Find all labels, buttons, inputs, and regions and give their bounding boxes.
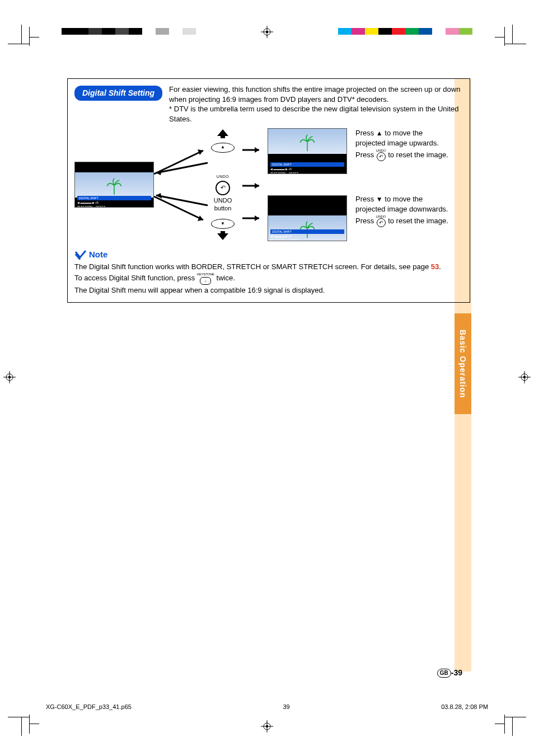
arrow-right-icon (242, 146, 265, 154)
arrow-right-icon (242, 182, 265, 190)
page-number: GB-39 (437, 668, 462, 678)
svg-point-3 (8, 375, 11, 378)
screenshot-shifted-down: DIGITAL SHIFT ◀ ▬▬▬▬ ▶ +5 TEST PTRN RESE… (268, 195, 347, 241)
oval-up-button: ▲ (211, 143, 235, 153)
caption-shift-down: Press ▼ to move the projected image down… (355, 194, 451, 227)
crop-mark-top-right (498, 25, 526, 53)
up-button-graphic: ▲ (209, 128, 237, 154)
triangle-up-icon: ▲ (376, 129, 383, 138)
note-heading: Note (74, 249, 463, 260)
undo-icon: UNDO↶ (376, 149, 386, 162)
intro-footnote: * DTV is the umbrella term used to descr… (169, 104, 463, 124)
undo-icon: UNDO↶ (376, 215, 386, 228)
digital-shift-box: Digital Shift Setting For easier viewing… (67, 78, 470, 303)
oval-down-button: ▼ (211, 219, 235, 229)
diagram: DIGITAL SHIFT ◀ ▬▬▬▬ ▶ +5 TEST PTRN RESE… (74, 128, 463, 246)
page-reference: 53 (431, 262, 439, 271)
svg-point-1 (266, 31, 268, 33)
arrow-right-icon (242, 214, 265, 222)
printer-marks-bottom (0, 708, 534, 736)
crop-tick-bottom-left (29, 715, 39, 734)
registration-mark-right-icon (518, 371, 531, 386)
triangle-down-icon: ▼ (376, 195, 383, 204)
heading-pill: Digital Shift Setting (74, 86, 162, 101)
arrow-down-bold-icon (215, 230, 231, 241)
svg-point-5 (523, 375, 526, 378)
crop-tick-top-left (29, 27, 39, 46)
grayscale-bar (62, 28, 196, 35)
color-bar (338, 28, 472, 35)
down-button-graphic: ▼ (209, 218, 237, 243)
svg-point-7 (266, 725, 268, 727)
note-body: The Digital Shift function works with BO… (74, 261, 463, 295)
intro-paragraph: For easier viewing, this function shifts… (169, 84, 463, 104)
undo-circle-button: ↶ (216, 181, 230, 195)
registration-mark-left-icon (3, 371, 16, 386)
registration-mark-icon (261, 26, 273, 40)
screenshot-shifted-up: DIGITAL SHIFT ◀ ▬▬▬▬ ▶ +5 TEST PTRN RESE… (268, 128, 347, 174)
content-area: Digital Shift Setting For easier viewing… (67, 78, 470, 303)
section-tab-label: Basic Operation (458, 330, 467, 398)
printer-marks-top (0, 25, 534, 47)
note-icon (74, 250, 87, 260)
undo-button-label: UNDO button (209, 196, 237, 213)
screenshot-center: DIGITAL SHIFT ◀ ▬▬▬▬ ▶ +5 TEST PTRN RESE… (74, 162, 154, 208)
caption-shift-up: Press ▲ to move the projected image upwa… (355, 128, 451, 161)
arrow-left-bottom-icon (153, 184, 209, 206)
arrow-up-bold-icon (215, 128, 231, 139)
undo-button-graphic: UNDO ↶ UNDO button (209, 174, 237, 213)
registration-mark-icon (261, 720, 273, 735)
keystone-button-icon: KEYSTONE⌂ (197, 273, 214, 285)
arrow-left-top-icon (153, 162, 209, 184)
crop-mark-bottom-right (498, 708, 526, 736)
